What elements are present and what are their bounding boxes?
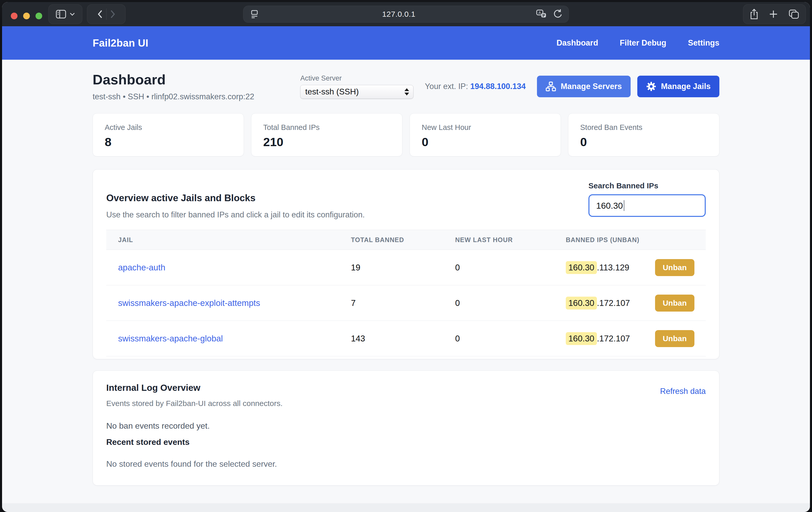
manage-jails-button[interactable]: Manage Jails xyxy=(637,76,719,97)
external-ip-label: Your ext. IP: xyxy=(425,82,468,91)
search-value: 160.30 xyxy=(596,201,623,211)
stat-card-stored-ban-events: Stored Ban Events 0 xyxy=(568,113,719,157)
stat-value: 0 xyxy=(422,135,549,149)
stat-value: 0 xyxy=(580,135,707,149)
overview-subtitle: Use the search to filter banned IPs and … xyxy=(106,210,588,220)
browser-window: 127.0.0.1 A xyxy=(2,2,810,512)
col-header-total-banned: TOTAL BANNED xyxy=(339,236,443,244)
stat-card-total-banned: Total Banned IPs 210 xyxy=(251,113,402,157)
stat-value: 210 xyxy=(263,135,390,149)
ip-highlight: 160.30 xyxy=(566,261,597,274)
stat-card-new-last-hour: New Last Hour 0 xyxy=(410,113,561,157)
history-nav-group xyxy=(87,4,125,24)
ip-rest: .172.107 xyxy=(597,298,630,308)
new-last-hour-value: 0 xyxy=(443,263,554,273)
new-last-hour-value: 0 xyxy=(443,298,554,308)
nav-link-settings[interactable]: Settings xyxy=(688,38,719,48)
stat-label: Active Jails xyxy=(105,123,232,132)
window-controls xyxy=(11,12,42,19)
stat-value: 8 xyxy=(105,135,232,149)
ip-rest: .113.129 xyxy=(597,263,629,273)
stat-cards: Active Jails 8 Total Banned IPs 210 New … xyxy=(93,113,719,157)
page-header: Dashboard test-ssh • SSH • rlinfp02.swis… xyxy=(93,72,719,102)
table-row: swissmakers-apache-global 143 0 160.30 .… xyxy=(106,321,706,356)
url-text[interactable]: 127.0.0.1 xyxy=(261,10,536,19)
back-icon[interactable] xyxy=(96,9,103,19)
toolbar-right-group xyxy=(743,4,806,24)
stat-label: New Last Hour xyxy=(422,123,549,132)
search-banned-ips-input[interactable]: 160.30 xyxy=(588,194,706,217)
log-title: Internal Log Overview xyxy=(106,382,706,393)
active-server-value: test-ssh (SSH) xyxy=(305,87,404,96)
total-banned-value: 143 xyxy=(339,334,443,343)
manage-jails-label: Manage Jails xyxy=(661,82,710,91)
nav-links: Dashboard Filter Debug Settings xyxy=(556,38,719,48)
unban-button[interactable]: Unban xyxy=(655,294,694,312)
new-tab-icon[interactable] xyxy=(769,9,778,19)
jail-link[interactable]: swissmakers-apache-exploit-attempts xyxy=(118,298,260,308)
col-header-banned-ips: BANNED IPS (UNBAN) xyxy=(554,236,706,244)
stat-label: Stored Ban Events xyxy=(580,123,707,132)
address-bar[interactable]: 127.0.0.1 A xyxy=(243,6,569,23)
svg-text:A: A xyxy=(539,10,541,15)
page-title: Dashboard xyxy=(93,72,300,87)
sidebar-icon[interactable] xyxy=(56,9,66,19)
ip-highlight: 160.30 xyxy=(566,332,597,345)
total-banned-value: 19 xyxy=(339,263,443,273)
translate-icon[interactable]: A xyxy=(536,9,547,19)
ip-rest: .172.107 xyxy=(597,334,630,343)
gear-icon xyxy=(646,81,656,92)
stat-label: Total Banned IPs xyxy=(263,123,390,132)
share-icon[interactable] xyxy=(750,8,758,20)
divider xyxy=(106,8,107,20)
total-banned-value: 7 xyxy=(339,298,443,308)
stat-card-active-jails: Active Jails 8 xyxy=(93,113,244,157)
unban-button[interactable]: Unban xyxy=(655,330,694,347)
forward-icon[interactable] xyxy=(110,9,116,19)
chevron-down-icon[interactable] xyxy=(69,12,75,16)
nav-link-dashboard[interactable]: Dashboard xyxy=(556,38,598,48)
close-window-button[interactable] xyxy=(11,12,18,19)
internal-log-card: Internal Log Overview Refresh data Event… xyxy=(93,370,719,485)
no-ban-events-text: No ban events recorded yet. xyxy=(106,421,706,431)
overview-title: Overview active Jails and Blocks xyxy=(106,193,588,203)
no-stored-events-text: No stored events found for the selected … xyxy=(106,459,706,469)
select-stepper-icon xyxy=(404,88,409,95)
sitemap-icon xyxy=(546,81,556,92)
manage-servers-button[interactable]: Manage Servers xyxy=(537,76,631,97)
text-caret xyxy=(624,200,625,211)
jails-table-header: JAIL TOTAL BANNED NEW LAST HOUR BANNED I… xyxy=(106,230,706,250)
reload-icon[interactable] xyxy=(553,9,563,19)
tab-overview-icon[interactable] xyxy=(788,9,799,19)
jail-link[interactable]: swissmakers-apache-global xyxy=(118,334,223,343)
nav-link-filter-debug[interactable]: Filter Debug xyxy=(620,38,666,48)
external-ip-value[interactable]: 194.88.100.134 xyxy=(470,82,526,91)
jail-link[interactable]: apache-auth xyxy=(118,263,165,272)
col-header-new-last-hour: NEW LAST HOUR xyxy=(443,236,554,244)
page-subtitle: test-ssh • SSH • rlinfp02.swissmakers.co… xyxy=(93,92,300,102)
ip-highlight: 160.30 xyxy=(566,297,597,310)
app-brand[interactable]: Fail2ban UI xyxy=(93,37,148,49)
recent-stored-events-title: Recent stored events xyxy=(106,437,706,447)
window-footer-strip xyxy=(2,503,810,512)
table-row: swissmakers-apache-exploit-attempts 7 0 … xyxy=(106,285,706,321)
manage-servers-label: Manage Servers xyxy=(561,82,622,91)
page-settings-icon[interactable] xyxy=(250,10,261,19)
active-server-group: Active Server test-ssh (SSH) xyxy=(300,74,413,99)
col-header-jail: JAIL xyxy=(106,236,339,244)
sidebar-toggle-group xyxy=(48,4,82,24)
new-last-hour-value: 0 xyxy=(443,334,554,343)
minimize-window-button[interactable] xyxy=(23,12,30,19)
jails-table: JAIL TOTAL BANNED NEW LAST HOUR BANNED I… xyxy=(106,230,706,356)
active-server-label: Active Server xyxy=(300,74,413,82)
browser-toolbar: 127.0.0.1 A xyxy=(2,2,810,26)
table-row: apache-auth 19 0 160.30 .113.129 Unban xyxy=(106,250,706,285)
search-banned-ips-label: Search Banned IPs xyxy=(588,181,706,190)
zoom-window-button[interactable] xyxy=(35,12,42,19)
unban-button[interactable]: Unban xyxy=(655,259,694,276)
address-bar-actions: A xyxy=(536,9,563,19)
refresh-data-link[interactable]: Refresh data xyxy=(660,387,706,396)
active-server-select[interactable]: test-ssh (SSH) xyxy=(300,85,413,99)
app-navbar: Fail2ban UI Dashboard Filter Debug Setti… xyxy=(2,26,810,60)
log-subtitle: Events stored by Fail2ban-UI across all … xyxy=(106,399,706,408)
